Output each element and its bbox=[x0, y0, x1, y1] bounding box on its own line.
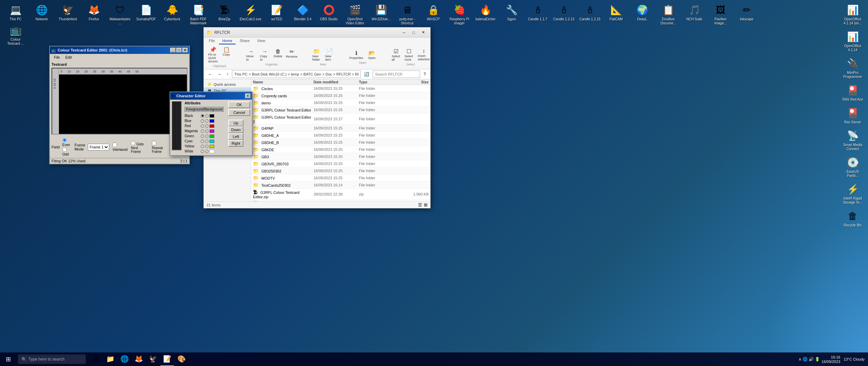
tab-view[interactable]: View bbox=[254, 38, 269, 44]
menu-file[interactable]: File bbox=[51, 55, 63, 60]
help-button[interactable]: ? bbox=[422, 71, 428, 77]
col-date-header[interactable]: Date modified bbox=[314, 80, 359, 84]
char-grid-cell[interactable] bbox=[180, 134, 181, 138]
tab-share[interactable]: Share bbox=[236, 38, 253, 44]
desktop-icon-wxtED[interactable]: 📝 wxTED bbox=[264, 2, 289, 23]
desktop-icon-openshot[interactable]: 🎬 OpenShot Video Editor bbox=[343, 2, 367, 27]
color-white-fg-radio[interactable] bbox=[201, 150, 204, 153]
desktop-icon-putty[interactable]: 🖥 putty.exe - Shortcut bbox=[395, 2, 419, 27]
color-cyan-fg-radio[interactable] bbox=[201, 140, 204, 143]
systray-up-icon[interactable]: ∧ bbox=[798, 357, 802, 362]
desktop-icon-easeus[interactable]: 💽 EaseUS Partiti... bbox=[841, 154, 865, 179]
table-row[interactable]: 📁 GB3 16/09/2023 15:25 File folder bbox=[251, 153, 430, 160]
desktop-icon-ras-red-ace[interactable]: 🎴 RAS Red Ace bbox=[841, 82, 865, 103]
taskbar-chrome[interactable]: 🌐 bbox=[118, 352, 131, 366]
char-grid-cell[interactable] bbox=[180, 114, 181, 118]
table-row[interactable]: 📁 GB3250302 16/09/2023 15:25 File folder bbox=[251, 167, 430, 175]
col-type-header[interactable]: Type bbox=[359, 80, 405, 84]
desktop-icon-xgpro[interactable]: 🔧 Xgpro bbox=[499, 2, 524, 23]
desktop-icon-win32disk[interactable]: 💾 Win32Disk... bbox=[369, 2, 393, 23]
interlaced-checkbox[interactable] bbox=[113, 143, 117, 147]
color-yellow-fg-radio[interactable] bbox=[201, 145, 204, 148]
goto-next-radio[interactable] bbox=[131, 141, 135, 145]
color-red-fg-radio[interactable] bbox=[201, 124, 204, 128]
desktop-icon-blender[interactable]: 🔷 Blender 3.4 bbox=[291, 2, 315, 23]
close-button[interactable]: ✕ bbox=[419, 29, 428, 36]
desktop-icon-malwarebytes[interactable]: 🛡 Malwarebytes... bbox=[108, 2, 132, 27]
desktop-icon-eleccalc[interactable]: ⚡ ElecCalc2.exe bbox=[238, 2, 263, 23]
properties-button[interactable]: ℹ Properties bbox=[348, 49, 365, 60]
up-button[interactable]: Up bbox=[228, 120, 243, 126]
testcard-canvas[interactable] bbox=[59, 75, 187, 134]
taskbar-file-explorer[interactable]: 📁 bbox=[103, 352, 117, 366]
desktop-icon-openoffice1[interactable]: 📊 OpenOffice 4.1.14 (en... bbox=[841, 2, 865, 27]
maximize-button[interactable]: □ bbox=[409, 29, 418, 36]
color-red-bg-radio[interactable] bbox=[205, 124, 209, 128]
desktop-icon-batchpdf[interactable]: 📑 Batch PDF Watermark bbox=[186, 2, 211, 27]
desktop-icon-candle1213[interactable]: 🕯 Candle 1.2.13 bbox=[552, 2, 576, 23]
right-button[interactable]: Right bbox=[228, 140, 243, 147]
move-to-button[interactable]: → Move to bbox=[244, 48, 257, 62]
desktop-icon-inkscape[interactable]: ✏ Inkscape bbox=[734, 2, 759, 23]
desktop-icon-raspi[interactable]: 🍓 Raspberry Pi Imager bbox=[447, 2, 472, 27]
new-folder-button[interactable]: 📁 New folder bbox=[311, 47, 322, 62]
table-row[interactable]: 📁 G8KDE 16/09/2023 15:25 File folder bbox=[251, 146, 430, 153]
char-grid-cell[interactable] bbox=[180, 102, 181, 106]
desktop-icon-breezip[interactable]: 🗜 BreeZip bbox=[212, 2, 237, 23]
testcard-close[interactable]: ✕ bbox=[182, 48, 188, 53]
color-blue-bg-radio[interactable] bbox=[205, 119, 209, 123]
taskbar-search-input[interactable] bbox=[28, 357, 79, 362]
table-row[interactable]: 📁 GB3VR_280703 16/09/2023 15:25 File fol… bbox=[251, 160, 430, 167]
desktop-icon-nchsuite[interactable]: 🎵 NCH Suite bbox=[682, 2, 707, 23]
desktop-icon-recycle-bin[interactable]: 🗑 Recycle Bin bbox=[841, 208, 865, 229]
view-list-button[interactable]: ☰ bbox=[418, 202, 422, 207]
table-row[interactable]: 📁 G3RFL Colour Testcard Editor 16/09/202… bbox=[251, 106, 430, 114]
desktop-icon-intel-rapid[interactable]: ⚡ Intel® Rapid Storage Te... bbox=[841, 181, 865, 206]
systray-speaker-icon[interactable]: 🔊 bbox=[809, 357, 814, 362]
color-cyan-bg-radio[interactable] bbox=[205, 140, 209, 143]
taskbar-task-view[interactable]: ⧉ bbox=[89, 352, 103, 366]
char-grid-cell[interactable] bbox=[180, 146, 181, 150]
copy-button[interactable]: 📋 Copy bbox=[220, 46, 232, 64]
desktop-icon-candle1215[interactable]: 🕯 Candle 1.2.15 bbox=[578, 2, 602, 23]
taskbar-firefox[interactable]: 🦊 bbox=[132, 352, 145, 366]
color-magenta-fg-radio[interactable] bbox=[201, 129, 204, 133]
desktop-icon-deepl[interactable]: 🌍 DeepL bbox=[630, 2, 654, 23]
systray-battery-icon[interactable]: 🔋 bbox=[815, 357, 820, 362]
address-input[interactable] bbox=[232, 70, 361, 78]
desktop-icon-network[interactable]: 🌐 Network bbox=[29, 2, 54, 23]
col-size-header[interactable]: Size bbox=[405, 80, 429, 84]
table-row[interactable]: 📁 Cropredy cards 16/09/2023 15:25 File f… bbox=[251, 92, 430, 99]
frame-mode-select[interactable]: Frame 1 bbox=[88, 144, 109, 150]
nav-quick-access[interactable]: ⭐ Quick access bbox=[204, 81, 251, 87]
menu-edit[interactable]: Edit bbox=[63, 55, 75, 60]
table-row[interactable]: 📁 G8DHE_A 16/09/2023 15:25 File folder bbox=[251, 132, 430, 139]
down-button[interactable]: Down bbox=[228, 126, 243, 133]
table-row[interactable]: 📁 G4PAP 16/09/2023 15:25 File folder bbox=[251, 125, 430, 132]
color-magenta-bg-radio[interactable] bbox=[205, 129, 209, 133]
color-blue-fg-radio[interactable] bbox=[201, 119, 204, 123]
color-green-bg-radio[interactable] bbox=[205, 135, 209, 138]
new-item-button[interactable]: 📄 New item bbox=[323, 47, 335, 62]
field-even-radio[interactable] bbox=[62, 138, 67, 142]
char-grid-cell[interactable] bbox=[180, 106, 181, 110]
search-input[interactable] bbox=[373, 70, 420, 78]
select-none-button[interactable]: ☐ Select none bbox=[403, 47, 415, 62]
desktop-icon-openoffice2[interactable]: 📊 OpenOffice 4.1.14 bbox=[841, 28, 865, 54]
desktop-icon-flatcam[interactable]: 📐 FlatCAM bbox=[604, 2, 628, 23]
desktop-icon-winscp[interactable]: 🔒 WinSCP bbox=[421, 2, 446, 23]
desktop-icon-this-pc[interactable]: 💻 This PC bbox=[3, 2, 28, 23]
char-grid-cell[interactable] bbox=[180, 130, 181, 134]
back-button[interactable]: ← bbox=[206, 71, 214, 77]
table-row[interactable]: 📁 TestCards250302 16/09/2023 16:14 File … bbox=[251, 182, 430, 189]
taskbar-paint[interactable]: 🎨 bbox=[175, 352, 188, 366]
repeat-checkbox[interactable] bbox=[152, 141, 156, 145]
char-grid[interactable] bbox=[172, 101, 182, 150]
table-row[interactable]: 📁 G8DHE_B 16/09/2023 15:25 File folder bbox=[251, 139, 430, 146]
char-grid-cell[interactable] bbox=[180, 118, 181, 122]
color-yellow-bg-radio[interactable] bbox=[205, 145, 209, 148]
delete-button[interactable]: 🗑 Delete bbox=[272, 48, 284, 62]
tab-file[interactable]: File bbox=[205, 38, 218, 44]
table-row[interactable]: 📁 Circles 16/09/2023 15:25 File folder bbox=[251, 85, 430, 92]
select-all-button[interactable]: ☑ Select all bbox=[390, 47, 402, 62]
